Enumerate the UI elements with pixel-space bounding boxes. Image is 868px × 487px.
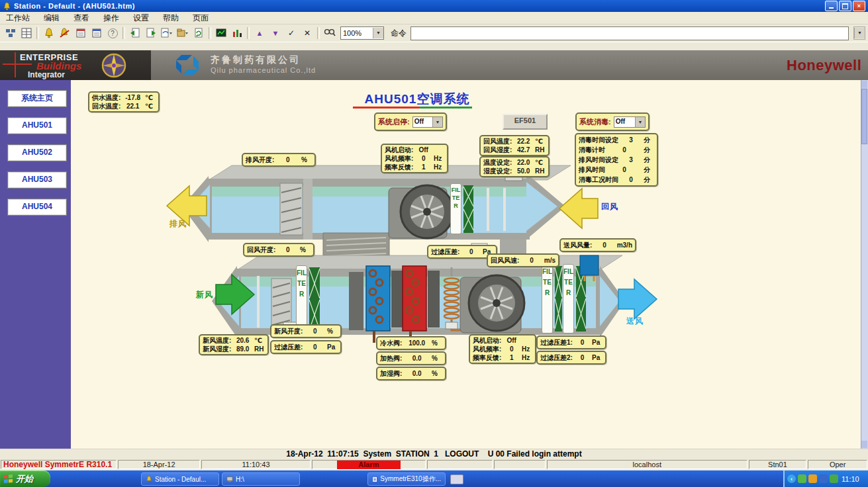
field-value: 0: [592, 242, 616, 249]
tray-update-icon[interactable]: [798, 474, 806, 483]
field-unit: RH: [535, 167, 546, 175]
tray-display-icon[interactable]: [808, 474, 817, 483]
lower-value-icon[interactable]: ▼: [267, 26, 283, 41]
field-unit: Pa: [327, 343, 338, 351]
status-station: Stn01: [749, 460, 807, 469]
logo-cross-decoration: [15, 52, 16, 77]
humidifier-valve-box: 加湿阀:0.0%: [376, 367, 446, 380]
field-label: 回风温度:: [483, 137, 512, 146]
event-summary-icon[interactable]: [89, 26, 105, 41]
dropdown-arrow-icon[interactable]: ▼: [432, 117, 442, 127]
minimize-icon: [829, 7, 834, 9]
field-label: 新风开度:: [274, 327, 303, 336]
menu-view[interactable]: 查看: [72, 12, 91, 24]
zoom-dropdown-icon[interactable]: ▼: [373, 28, 383, 38]
restore-button[interactable]: [839, 1, 851, 11]
field-unit: 分: [644, 136, 654, 145]
field-value: 0: [303, 328, 327, 335]
title-underline-green: [419, 107, 472, 109]
field-unit: ℃: [145, 103, 156, 110]
ebi-logo-line3: Integrator: [28, 70, 65, 79]
sidebar-item-ahu503[interactable]: AHU503: [7, 171, 67, 189]
toolbar-separator: [122, 27, 125, 39]
field-value: 50.0: [512, 167, 535, 175]
fresh-air-box: 新风温度:20.6℃ 新风湿度:89.0RH: [199, 334, 269, 355]
field-unit: %: [300, 246, 311, 253]
alarm-indicator[interactable]: Alarm: [337, 461, 401, 469]
table-row: 回风风速:0m/s: [491, 255, 555, 265]
command-history-select[interactable]: ▼: [853, 26, 865, 40]
close-button[interactable]: ×: [853, 1, 865, 11]
find-icon[interactable]: [322, 26, 338, 41]
application-window: Station - Default - (AHU501.htm) × 工作站 编…: [0, 0, 868, 487]
company-name-cn: 齐鲁制药有限公司: [211, 54, 301, 66]
ebi-logo-block: ENTERPRISE Buildings Integrator: [0, 50, 151, 80]
confirm-icon[interactable]: ✓: [283, 26, 299, 41]
language-bar-icon[interactable]: [450, 474, 463, 484]
bookmark-icon[interactable]: [175, 26, 191, 41]
field-value: 0: [274, 156, 301, 163]
task-label: Station - Defaul...: [155, 476, 206, 483]
menu-workstation[interactable]: 工作站: [4, 12, 32, 24]
field-value: 0: [519, 257, 544, 264]
sidebar-item-ahu501[interactable]: AHU501: [7, 117, 67, 134]
tray-battery-icon[interactable]: [830, 474, 838, 483]
scroll-up-arrow[interactable]: [861, 81, 867, 88]
display-icon[interactable]: [213, 26, 229, 41]
menu-settings[interactable]: 设置: [131, 12, 151, 24]
field-unit: %: [301, 156, 312, 163]
field-unit: RH: [254, 345, 265, 353]
field-value: 89.0: [231, 345, 254, 353]
alarm-zone: Alarm: [312, 460, 425, 469]
page-back-icon[interactable]: [127, 26, 143, 41]
field-label: 湿度设定:: [483, 167, 512, 176]
command-dropdown-icon[interactable]: ▼: [854, 28, 865, 38]
start-button[interactable]: 开始: [0, 470, 50, 487]
filter-dp2-box: 过滤压差2:0Pa: [536, 351, 606, 365]
cancel-icon[interactable]: ✕: [299, 26, 315, 41]
command-input[interactable]: [410, 26, 849, 40]
tray-chevron-icon[interactable]: ‹: [787, 474, 796, 483]
alarm-bell-icon[interactable]: [41, 26, 57, 41]
system-disinfect-select[interactable]: Off ▼: [614, 116, 646, 128]
taskbar-task-station[interactable]: Station - Defaul...: [141, 472, 219, 486]
station-icon[interactable]: [3, 26, 19, 41]
help-icon[interactable]: ?: [105, 26, 121, 41]
alarm-summary-icon[interactable]: [73, 26, 89, 41]
menu-page[interactable]: 页面: [191, 12, 211, 24]
field-label: 送风风量:: [563, 241, 592, 250]
system-start-value: Off: [413, 117, 432, 127]
ef501-button[interactable]: EF501: [503, 114, 548, 130]
zoom-select[interactable]: 100% ▼: [340, 26, 384, 40]
detail-grid-icon[interactable]: [19, 26, 34, 41]
scroll-down-arrow[interactable]: [861, 441, 867, 448]
scrollbar-thumb[interactable]: [861, 89, 867, 144]
system-start-select[interactable]: Off ▼: [412, 116, 443, 128]
dropdown-arrow-icon[interactable]: ▼: [635, 117, 645, 127]
page-forward-icon[interactable]: [143, 26, 159, 41]
trend-icon[interactable]: [229, 26, 245, 41]
fresh-damper-box: 新风开度:0%: [270, 324, 342, 338]
field-value: 22.2: [512, 138, 535, 145]
sidebar-item-home[interactable]: 系统主页: [7, 90, 67, 107]
taskbar-task-explorer[interactable]: H:\: [222, 472, 300, 486]
field-value: 0: [501, 345, 522, 353]
menu-operate[interactable]: 操作: [101, 12, 121, 24]
field-label: 新风温度:: [203, 336, 231, 345]
tray-network-icon[interactable]: [819, 474, 828, 483]
menu-help[interactable]: 帮助: [161, 12, 181, 24]
menu-edit[interactable]: 编辑: [42, 12, 62, 24]
page-recall-icon[interactable]: [159, 26, 175, 41]
title-bar[interactable]: Station - Default - (AHU501.htm) ×: [0, 0, 868, 12]
field-label: 频率反馈:: [385, 163, 413, 172]
raise-value-icon[interactable]: ▲: [252, 26, 267, 41]
alarm-ack-bell-icon[interactable]: [57, 26, 73, 41]
taskbar-task-document[interactable]: SymmetrE310操作...: [367, 472, 446, 486]
sidebar-item-ahu504[interactable]: AHU504: [7, 199, 67, 216]
sidebar-item-ahu502[interactable]: AHU502: [7, 144, 67, 161]
minimize-button[interactable]: [825, 1, 838, 11]
field-label: 过滤压差1:: [540, 338, 573, 347]
field-label: 消毒时间设定: [579, 136, 618, 145]
refresh-page-icon[interactable]: [191, 26, 207, 41]
return-air-box: 回风温度:22.2℃ 回风湿度:42.7RH: [479, 135, 550, 156]
